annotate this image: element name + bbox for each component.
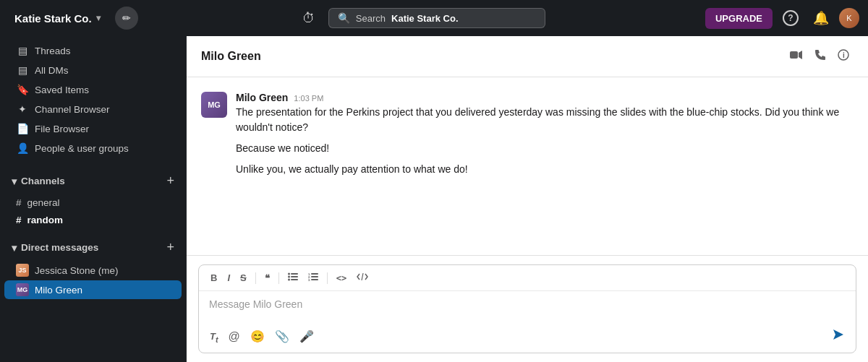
- dm-section: ▾ Direct messages + JS Jessica Stone (me…: [0, 235, 186, 300]
- sidebar-item-threads[interactable]: ▤ Threads: [4, 41, 182, 60]
- topbar: Katie Stark Co. ▾ ✏ ⏱ 🔍 Search Katie Sta…: [0, 0, 868, 36]
- toolbar-divider-3: [327, 272, 328, 284]
- emoji-icon: 😊: [250, 330, 265, 342]
- compose-actions: Tt @ 😊 📎 🎤: [199, 320, 856, 353]
- svg-rect-0: [790, 51, 798, 59]
- channel-item-general[interactable]: # general: [4, 194, 182, 211]
- sidebar-nav: ▤ Threads ▤ All DMs 🔖 Saved Items ✦ Chan…: [0, 36, 186, 163]
- code-block-button[interactable]: [352, 270, 373, 286]
- sidebar-item-channel-browser-label: Channel Browser: [35, 104, 110, 115]
- compose-area: B I S ❝ 1.2.3. <>: [187, 255, 868, 362]
- dm-section-header[interactable]: ▾ Direct messages +: [0, 235, 186, 260]
- add-channel-button[interactable]: +: [163, 172, 177, 190]
- dm-collapse-icon: ▾: [12, 242, 17, 254]
- quote-button[interactable]: ❝: [260, 270, 274, 286]
- strikethrough-button[interactable]: S: [236, 270, 251, 286]
- text-format-button[interactable]: Tt: [206, 326, 222, 348]
- svg-point-8: [288, 279, 290, 281]
- svg-text:i: i: [843, 51, 845, 59]
- toolbar-divider-1: [255, 272, 256, 284]
- milo-message-avatar: MG: [201, 92, 227, 118]
- video-icon: [790, 50, 803, 63]
- sidebar: ▤ Threads ▤ All DMs 🔖 Saved Items ✦ Chan…: [0, 36, 187, 362]
- bullet-list-button[interactable]: [284, 270, 302, 286]
- svg-point-6: [288, 276, 290, 278]
- svg-rect-13: [311, 276, 318, 277]
- chat-header-actions: i: [786, 45, 854, 68]
- topbar-center: ⏱ 🔍 Search Katie Stark Co.: [144, 7, 699, 30]
- send-button[interactable]: [828, 324, 848, 348]
- saved-icon: 🔖: [16, 84, 29, 95]
- channel-browser-icon: ✦: [16, 103, 29, 115]
- audio-button[interactable]: 🎤: [296, 326, 318, 347]
- phone-call-button[interactable]: [810, 45, 830, 68]
- edit-icon: ✏: [122, 12, 131, 24]
- avatar[interactable]: K: [839, 8, 859, 28]
- svg-rect-15: [311, 279, 318, 280]
- dm-section-left: ▾ Direct messages: [12, 242, 98, 254]
- message-line-1: The presentation for the Perkins project…: [236, 105, 854, 135]
- notification-button[interactable]: 🔔: [809, 6, 833, 30]
- message-time: 1:03 PM: [294, 94, 323, 103]
- attach-button[interactable]: 📎: [271, 326, 293, 347]
- video-call-button[interactable]: [786, 46, 807, 67]
- notification-icon: 🔔: [813, 10, 829, 26]
- search-label: Search: [356, 13, 386, 24]
- svg-rect-7: [291, 276, 298, 277]
- emoji-button[interactable]: 😊: [247, 326, 268, 347]
- search-bar[interactable]: 🔍 Search Katie Stark Co.: [328, 8, 545, 28]
- sidebar-item-people[interactable]: 👤 People & user groups: [4, 139, 182, 158]
- code-button[interactable]: <>: [332, 270, 351, 286]
- sidebar-item-all-dms-label: All DMs: [35, 65, 69, 76]
- svg-point-4: [288, 273, 290, 275]
- at-icon: @: [229, 330, 240, 342]
- sidebar-item-saved-label: Saved Items: [35, 85, 89, 95]
- sidebar-item-saved[interactable]: 🔖 Saved Items: [4, 80, 182, 99]
- info-button[interactable]: i: [833, 45, 854, 68]
- compose-input[interactable]: Message Milo Green: [199, 291, 856, 320]
- svg-marker-1: [799, 51, 802, 59]
- channels-section-header[interactable]: ▾ Channels +: [0, 168, 186, 194]
- svg-rect-9: [291, 279, 298, 280]
- channel-item-random[interactable]: # random: [4, 212, 182, 228]
- sidebar-item-channel-browser[interactable]: ✦ Channel Browser: [4, 100, 182, 118]
- svg-rect-5: [291, 273, 298, 275]
- messages-area: MG Milo Green 1:03 PM The presentation f…: [187, 77, 868, 255]
- chat-area: Milo Green i: [187, 36, 868, 362]
- channels-section: ▾ Channels + # general # random: [0, 168, 186, 229]
- toolbar-divider-2: [278, 272, 279, 284]
- info-icon: i: [838, 49, 849, 64]
- audio-icon: 🎤: [299, 330, 314, 342]
- history-icon: ⏱: [302, 11, 315, 25]
- svg-marker-17: [833, 329, 843, 340]
- message-content: Milo Green 1:03 PM The presentation for …: [236, 92, 854, 177]
- channel-name-general: general: [27, 197, 60, 208]
- compose-placeholder: Message Milo Green: [209, 298, 302, 310]
- svg-text:3.: 3.: [308, 278, 310, 281]
- threads-icon: ▤: [16, 45, 29, 56]
- channels-section-left: ▾ Channels: [12, 176, 65, 187]
- milo-avatar: MG: [16, 283, 29, 296]
- numbered-list-button[interactable]: 1.2.3.: [304, 270, 323, 286]
- message-line-2: Because we noticed!: [236, 141, 854, 156]
- dm-milo-name: Milo Green: [35, 285, 82, 296]
- mention-button[interactable]: @: [225, 327, 244, 347]
- dm-milo[interactable]: MG Milo Green: [4, 280, 182, 299]
- italic-button[interactable]: I: [223, 270, 234, 286]
- sidebar-item-threads-label: Threads: [35, 46, 71, 56]
- topbar-right: UPGRADE ? 🔔 K: [705, 6, 859, 30]
- help-icon: ?: [783, 10, 799, 26]
- channels-section-label: Channels: [21, 176, 65, 186]
- message-header: Milo Green 1:03 PM: [236, 92, 854, 103]
- dm-jessica[interactable]: JS Jessica Stone (me): [4, 261, 182, 280]
- sidebar-item-file-browser[interactable]: 📄 File Browser: [4, 119, 182, 138]
- add-dm-button[interactable]: +: [163, 238, 177, 257]
- history-button[interactable]: ⏱: [298, 7, 320, 30]
- bold-button[interactable]: B: [206, 270, 221, 286]
- workspace-name[interactable]: Katie Stark Co. ▾: [9, 9, 106, 27]
- people-icon: 👤: [16, 142, 29, 154]
- sidebar-item-all-dms[interactable]: ▤ All DMs: [4, 61, 182, 79]
- upgrade-button[interactable]: UPGRADE: [705, 8, 773, 29]
- edit-button[interactable]: ✏: [115, 7, 138, 30]
- help-button[interactable]: ?: [778, 6, 803, 30]
